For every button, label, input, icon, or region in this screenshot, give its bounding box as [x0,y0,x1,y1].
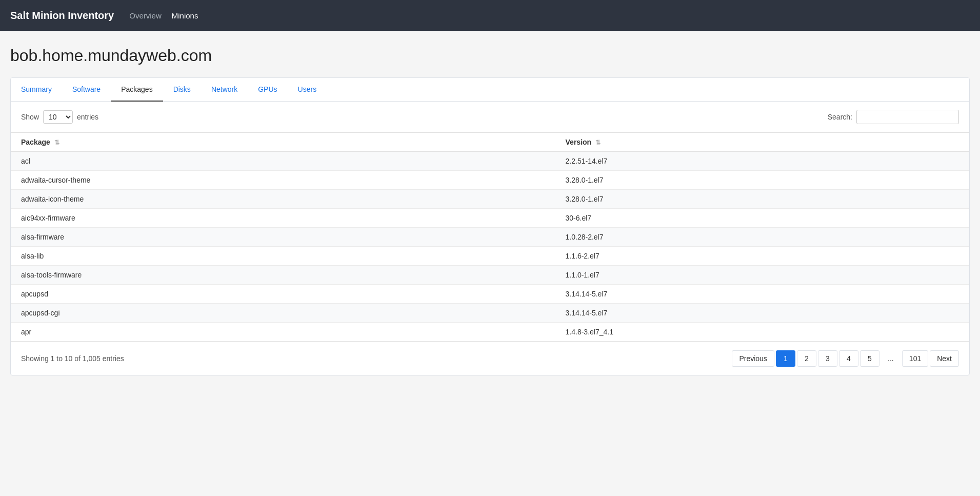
tab-users[interactable]: Users [288,78,327,102]
cell-version: 1.4.8-3.el7_4.1 [555,323,969,342]
entries-label: entries [77,113,98,121]
tab-packages[interactable]: Packages [111,78,163,102]
sort-icon-version: ⇅ [595,139,601,146]
cell-package: apr [11,323,555,342]
table-header: Package ⇅ Version ⇅ [11,133,969,152]
page-button-4[interactable]: 4 [839,350,858,367]
table-row: apcupsd-cgi3.14.14-5.el7 [11,304,969,323]
pagination-buttons: Previous12345...101Next [732,350,959,367]
cell-version: 1.0.28-2.el7 [555,228,969,247]
minion-hostname: bob.home.mundayweb.com [10,46,970,65]
table-row: adwaita-icon-theme3.28.0-1.el7 [11,190,969,209]
cell-package: adwaita-icon-theme [11,190,555,209]
prev-button[interactable]: Previous [732,350,774,367]
cell-package: alsa-lib [11,247,555,266]
tab-network[interactable]: Network [201,78,248,102]
cell-version: 1.1.6-2.el7 [555,247,969,266]
nav-overview[interactable]: Overview [129,11,162,20]
cell-package: adwaita-cursor-theme [11,171,555,190]
cell-package: apcupsd-cgi [11,304,555,323]
entries-select[interactable]: 10 25 50 100 [43,110,73,124]
page-button-2[interactable]: 2 [797,350,816,367]
tab-summary[interactable]: Summary [11,78,62,102]
col-version[interactable]: Version ⇅ [555,133,969,152]
top-nav: Salt Minion Inventory Overview Minions [0,0,980,31]
table-row: aic94xx-firmware30-6.el7 [11,209,969,228]
sort-icon-package: ⇅ [54,139,59,146]
ellipsis-button: ... [881,351,901,366]
cell-version: 1.1.0-1.el7 [555,266,969,285]
page-button-3[interactable]: 3 [818,350,837,367]
page-button-5[interactable]: 5 [860,350,879,367]
pagination-row: Showing 1 to 10 of 1,005 entries Previou… [11,342,969,375]
search-label: Search: [828,113,852,121]
pagination-info: Showing 1 to 10 of 1,005 entries [21,354,124,363]
tab-disks[interactable]: Disks [163,78,201,102]
cell-version: 3.28.0-1.el7 [555,190,969,209]
table-row: apcupsd3.14.14-5.el7 [11,285,969,304]
cell-package: alsa-firmware [11,228,555,247]
cell-version: 3.14.14-5.el7 [555,304,969,323]
page-button-101[interactable]: 101 [902,350,928,367]
app-title: Salt Minion Inventory [10,10,114,22]
table-controls: Show 10 25 50 100 entries Search: [11,102,969,132]
table-row: apr1.4.8-3.el7_4.1 [11,323,969,342]
cell-package: aic94xx-firmware [11,209,555,228]
table-row: alsa-lib1.1.6-2.el7 [11,247,969,266]
show-entries: Show 10 25 50 100 entries [21,110,98,124]
nav-links: Overview Minions [129,11,198,20]
table-scroll-container: Package ⇅ Version ⇅ acl2.2.51-14.el7adwa… [11,132,969,342]
table-body: acl2.2.51-14.el7adwaita-cursor-theme3.28… [11,152,969,342]
cell-package: acl [11,152,555,171]
next-button[interactable]: Next [930,350,959,367]
table-row: alsa-tools-firmware1.1.0-1.el7 [11,266,969,285]
table-row: acl2.2.51-14.el7 [11,152,969,171]
nav-minions[interactable]: Minions [172,11,198,20]
cell-package: apcupsd [11,285,555,304]
page-content: bob.home.mundayweb.com Summary Software … [0,31,980,391]
table-row: adwaita-cursor-theme3.28.0-1.el7 [11,171,969,190]
search-input[interactable] [856,110,959,124]
main-card: Summary Software Packages Disks Network … [10,77,970,375]
col-package[interactable]: Package ⇅ [11,133,555,152]
cell-version: 3.14.14-5.el7 [555,285,969,304]
cell-version: 2.2.51-14.el7 [555,152,969,171]
show-label: Show [21,113,39,121]
cell-version: 3.28.0-1.el7 [555,171,969,190]
tab-gpus[interactable]: GPUs [248,78,287,102]
search-box: Search: [828,110,959,124]
page-button-1[interactable]: 1 [776,350,795,367]
cell-package: alsa-tools-firmware [11,266,555,285]
tabs-bar: Summary Software Packages Disks Network … [11,78,969,102]
table-row: alsa-firmware1.0.28-2.el7 [11,228,969,247]
tab-software[interactable]: Software [62,78,111,102]
cell-version: 30-6.el7 [555,209,969,228]
packages-table: Package ⇅ Version ⇅ acl2.2.51-14.el7adwa… [11,132,969,342]
